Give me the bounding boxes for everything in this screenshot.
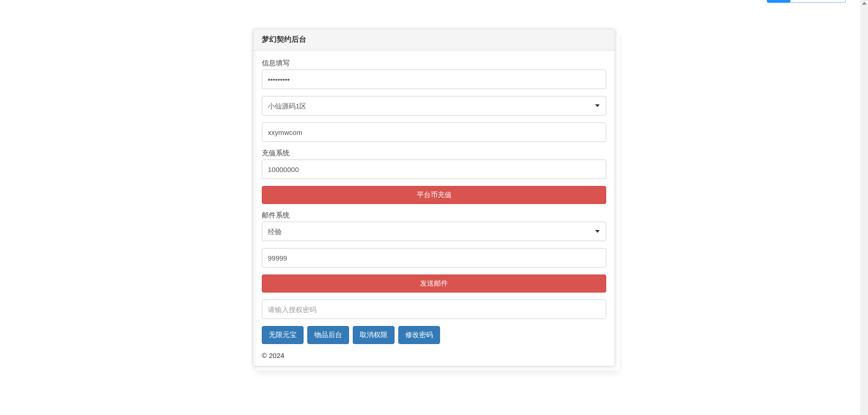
auth-password-input[interactable] xyxy=(262,300,606,319)
panel-title: 梦幻契约后台 xyxy=(253,29,615,51)
top-right-button-fragment xyxy=(767,0,846,3)
cancel-auth-button[interactable]: 取消权限 xyxy=(353,326,395,344)
vertical-scrollbar[interactable] xyxy=(860,0,868,415)
server-select[interactable]: 小仙源码1区 xyxy=(262,96,606,115)
change-password-button[interactable]: 修改密码 xyxy=(398,326,440,344)
mail-amount-input[interactable] xyxy=(262,248,606,268)
recharge-amount-input[interactable] xyxy=(262,160,606,179)
password-input[interactable] xyxy=(262,70,606,89)
footer-copyright: © 2024 xyxy=(262,351,606,359)
recharge-button[interactable]: 平台币充值 xyxy=(262,186,606,204)
item-backend-button[interactable]: 物品后台 xyxy=(307,326,349,344)
info-section-label: 信息填写 xyxy=(262,59,606,68)
send-mail-button[interactable]: 发送邮件 xyxy=(262,275,606,293)
unlimited-gold-button[interactable]: 无限元宝 xyxy=(262,326,304,344)
admin-panel: 梦幻契约后台 信息填写 小仙源码1区 充值系统 平台币充值 xyxy=(253,29,615,366)
mail-section-label: 邮件系统 xyxy=(262,211,606,220)
recharge-section-label: 充值系统 xyxy=(262,149,606,158)
username-input[interactable] xyxy=(262,122,606,142)
mail-type-select[interactable]: 经验 xyxy=(262,222,606,241)
